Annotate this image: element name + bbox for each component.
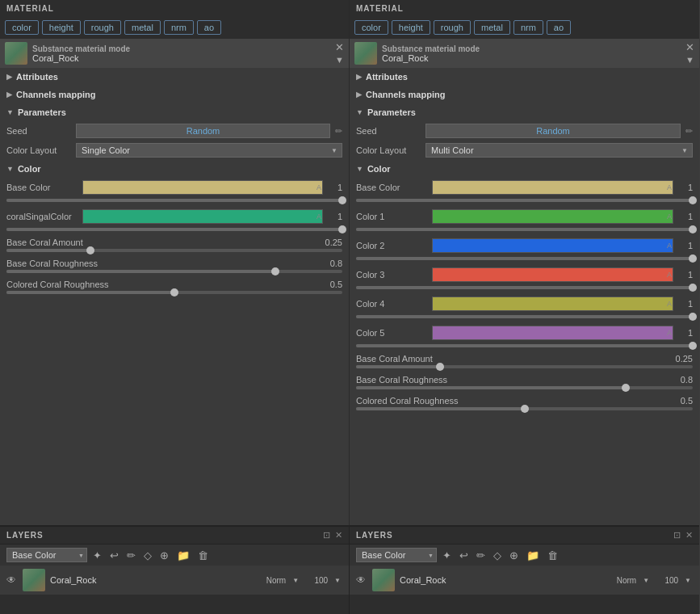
left-slider-label-row-1: Base Coral Roughness 0.8: [6, 259, 342, 268]
left-base-color-swatch[interactable]: [82, 180, 323, 195]
right-slider-thumb-2[interactable]: [521, 405, 529, 413]
left-seed-edit[interactable]: ✏: [335, 126, 342, 137]
left-channels-section[interactable]: ▶ Channels mapping: [0, 86, 349, 103]
right-slider-track-1[interactable]: [356, 386, 693, 389]
right-slider-track-2[interactable]: [356, 407, 693, 410]
right-color1-swatch[interactable]: [432, 209, 673, 224]
left-slider-thumb-2[interactable]: [170, 288, 178, 296]
left-slider-track-0[interactable]: [6, 249, 342, 252]
right-slider-thumb-1[interactable]: [622, 384, 630, 392]
right-color3-label: Color 3: [356, 270, 429, 280]
right-color3-slider[interactable]: [356, 286, 693, 289]
right-color1-alpha: A: [667, 212, 672, 221]
left-tool-fill[interactable]: ◇: [141, 549, 154, 562]
left-slider-label-0: Base Coral Amount: [6, 238, 83, 247]
left-tab-metal[interactable]: metal: [124, 20, 161, 35]
left-expand-button[interactable]: ▼: [335, 55, 344, 65]
right-channels-section[interactable]: ▶ Channels mapping: [350, 86, 699, 103]
right-layers-expand-btn[interactable]: ⊡: [673, 530, 681, 540]
left-material-header: MATERIAL: [0, 0, 349, 16]
left-tool-add[interactable]: ✦: [90, 549, 104, 562]
left-tool-paint[interactable]: ✏: [124, 549, 138, 562]
right-slider-thumb-0[interactable]: [436, 363, 444, 371]
right-layers-close-btn[interactable]: ✕: [685, 530, 693, 540]
right-tool-fill[interactable]: ◇: [491, 549, 504, 562]
right-color5-swatch[interactable]: [432, 326, 673, 340]
right-layer-opacity: 100: [656, 576, 678, 585]
right-color3-swatch[interactable]: [432, 267, 673, 282]
right-color5-slider[interactable]: [356, 344, 693, 347]
right-layers-toolbar: Base Color Color Height ✦ ↩ ✏ ◇ ⊕ 📁 🗑: [350, 545, 699, 566]
right-color2-slider[interactable]: [356, 257, 693, 260]
right-layers-select[interactable]: Base Color Color Height: [356, 548, 437, 562]
right-color5-swatch-wrap: A: [432, 326, 673, 340]
left-tool-delete[interactable]: 🗑: [195, 549, 211, 562]
left-tab-color[interactable]: color: [5, 20, 39, 35]
right-layer-blend: Norm: [617, 576, 636, 585]
right-tool-folder[interactable]: 📁: [524, 549, 542, 562]
right-tab-nrm[interactable]: nrm: [513, 20, 543, 35]
left-tab-rough[interactable]: rough: [84, 20, 121, 35]
right-parameters-section[interactable]: ▼ Parameters: [350, 103, 699, 121]
left-base-color-value: 1: [329, 183, 342, 192]
right-tab-ao[interactable]: ao: [547, 20, 571, 35]
left-tab-nrm[interactable]: nrm: [164, 20, 194, 35]
right-base-color-slider[interactable]: [356, 199, 693, 202]
right-tab-color[interactable]: color: [354, 20, 388, 35]
left-base-color-slider[interactable]: [6, 199, 342, 202]
right-tool-paint[interactable]: ✏: [474, 549, 488, 562]
left-close-button[interactable]: ✕: [335, 42, 344, 53]
left-tool-effect[interactable]: ⊕: [157, 549, 171, 562]
left-color-subsection[interactable]: ▼ Color: [0, 160, 349, 178]
left-tool-folder[interactable]: 📁: [174, 549, 192, 562]
right-seed-edit[interactable]: ✏: [685, 126, 693, 137]
right-tab-bar: color height rough metal nrm ao: [350, 16, 699, 39]
right-expand-button[interactable]: ▼: [685, 55, 694, 65]
left-tool-redo[interactable]: ↩: [107, 549, 121, 562]
right-tool-effect[interactable]: ⊕: [507, 549, 521, 562]
right-tool-delete[interactable]: 🗑: [545, 549, 560, 562]
left-layers-close-btn[interactable]: ✕: [335, 530, 342, 540]
right-tab-metal[interactable]: metal: [474, 20, 510, 35]
left-layer-visibility[interactable]: 👁: [6, 574, 16, 586]
left-seed-value[interactable]: Random: [76, 124, 330, 138]
left-base-color-thumb[interactable]: [338, 196, 346, 204]
left-attributes-section[interactable]: ▶ Attributes: [0, 68, 349, 86]
right-tab-height[interactable]: height: [392, 20, 430, 35]
right-color4-swatch[interactable]: [432, 296, 673, 311]
left-parameters-section[interactable]: ▼ Parameters: [0, 103, 349, 121]
right-attributes-section[interactable]: ▶ Attributes: [350, 68, 699, 86]
left-slider-thumb-1[interactable]: [271, 267, 279, 275]
right-color2-thumb[interactable]: [689, 254, 697, 263]
right-color-layout-select[interactable]: Single Color Multi Color: [425, 143, 693, 158]
right-close-button[interactable]: ✕: [685, 42, 694, 53]
right-seed-value[interactable]: Random: [425, 124, 681, 138]
left-coral-color-slider[interactable]: [6, 228, 342, 231]
right-tab-rough[interactable]: rough: [434, 20, 471, 35]
right-tool-redo[interactable]: ↩: [457, 549, 471, 562]
right-color4-swatch-wrap: A: [432, 296, 673, 311]
right-base-color-swatch[interactable]: [432, 180, 673, 195]
left-slider-track-1[interactable]: [6, 270, 342, 273]
right-tool-add[interactable]: ✦: [440, 549, 454, 562]
left-slider-track-2[interactable]: [6, 291, 342, 294]
left-slider-thumb-0[interactable]: [86, 246, 94, 254]
right-color1-slider[interactable]: [356, 228, 693, 231]
left-color-layout-select[interactable]: Single Color Multi Color: [76, 143, 342, 158]
left-layers-expand-btn[interactable]: ⊡: [323, 530, 330, 540]
right-slider-track-0[interactable]: [356, 365, 693, 368]
left-layers-select[interactable]: Base Color Color Height: [6, 548, 87, 562]
right-color-subsection[interactable]: ▼ Color: [350, 160, 699, 178]
left-coral-color-swatch[interactable]: [82, 209, 323, 224]
left-tab-ao[interactable]: ao: [197, 20, 221, 35]
right-color4-slider[interactable]: [356, 315, 693, 318]
left-coral-color-thumb[interactable]: [338, 225, 346, 233]
right-color1-thumb[interactable]: [689, 225, 697, 233]
left-tab-height[interactable]: height: [42, 20, 81, 35]
right-color5-thumb[interactable]: [689, 342, 697, 350]
right-color3-thumb[interactable]: [689, 284, 697, 292]
right-color4-thumb[interactable]: [689, 313, 697, 321]
right-base-color-thumb[interactable]: [689, 196, 697, 204]
right-color2-swatch[interactable]: [432, 238, 673, 253]
right-layer-visibility[interactable]: 👁: [356, 574, 366, 586]
